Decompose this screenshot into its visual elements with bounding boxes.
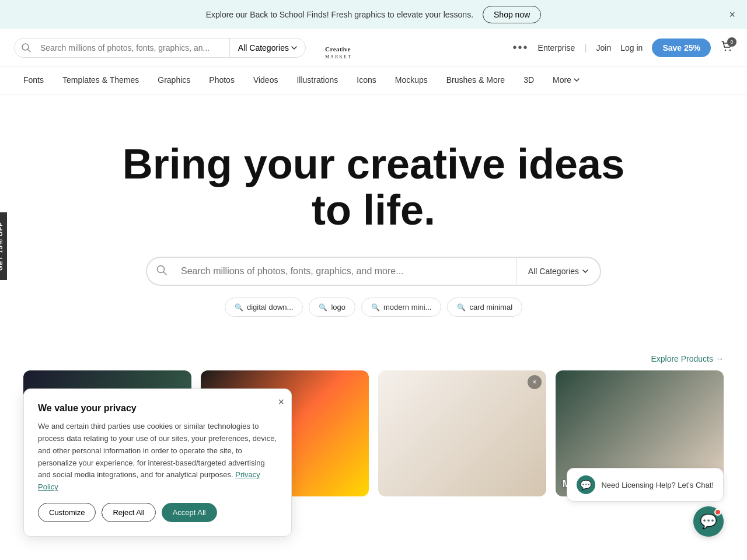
svg-line-1 bbox=[28, 49, 31, 52]
side-offer[interactable]: GET 15% OFF bbox=[0, 212, 7, 280]
search-tag-2[interactable]: 🔍 logo bbox=[309, 298, 355, 317]
nav-item-brushes[interactable]: Brushes & More bbox=[437, 66, 514, 94]
product-card-3[interactable]: × bbox=[378, 370, 546, 496]
nav-item-videos[interactable]: Videos bbox=[244, 66, 288, 94]
privacy-buttons: Customize Reject All Accept All bbox=[38, 503, 277, 520]
hero-search-input[interactable] bbox=[176, 258, 516, 285]
nav-divider: | bbox=[584, 43, 587, 53]
close-banner-button[interactable]: × bbox=[729, 9, 735, 21]
chat-bubble-text: Need Licensing Help? Let's Chat! bbox=[601, 481, 714, 489]
search-icon bbox=[15, 43, 38, 52]
search-tags: 🔍 digital down... 🔍 logo 🔍 modern mini..… bbox=[12, 298, 735, 317]
login-link[interactable]: Log in bbox=[620, 43, 643, 52]
nav-item-more[interactable]: More bbox=[543, 66, 589, 94]
hero-category-select[interactable]: All Categories bbox=[516, 258, 600, 284]
more-options-button[interactable]: ••• bbox=[513, 41, 529, 54]
explore-products-link[interactable]: Explore Products → bbox=[651, 354, 724, 363]
explore-bar: Explore Products → bbox=[0, 340, 747, 370]
nav-item-illustrations[interactable]: Illustrations bbox=[287, 66, 347, 94]
header: All Categories Creative MARKET ••• Enter… bbox=[0, 29, 747, 66]
reject-button[interactable]: Reject All bbox=[102, 503, 155, 520]
enterprise-link[interactable]: Enterprise bbox=[538, 43, 575, 52]
search-tag-4[interactable]: 🔍 card minimal bbox=[447, 298, 522, 317]
accept-button[interactable]: Accept All bbox=[162, 503, 217, 520]
svg-text:Creative: Creative bbox=[325, 46, 351, 52]
top-banner: Explore our Back to School Finds! Fresh … bbox=[0, 0, 747, 29]
cart-badge: 0 bbox=[727, 37, 736, 47]
chat-agent-icon: 💬 bbox=[577, 475, 595, 494]
svg-point-5 bbox=[729, 50, 731, 51]
header-search-bar: All Categories bbox=[14, 38, 306, 58]
banner-text: Explore our Back to School Finds! Fresh … bbox=[206, 10, 473, 19]
save-button[interactable]: Save 25% bbox=[652, 38, 711, 57]
privacy-popup: × We value your privacy We and certain t… bbox=[23, 388, 292, 520]
nav-item-3d[interactable]: 3D bbox=[514, 66, 543, 94]
svg-line-7 bbox=[163, 272, 166, 275]
hero-search-bar: All Categories bbox=[146, 257, 601, 286]
customize-button[interactable]: Customize bbox=[38, 503, 96, 520]
privacy-close-button[interactable]: × bbox=[278, 396, 284, 408]
chat-open-button[interactable]: 💬 bbox=[693, 506, 724, 520]
cart-button[interactable]: 0 bbox=[720, 40, 733, 55]
nav-item-photos[interactable]: Photos bbox=[200, 66, 244, 94]
chat-bubble: 💬 Need Licensing Help? Let's Chat! bbox=[567, 468, 724, 502]
svg-text:MARKET: MARKET bbox=[325, 54, 352, 60]
privacy-text: We and certain third parties use cookies… bbox=[38, 421, 277, 494]
header-right: ••• Enterprise | Join Log in Save 25% 0 bbox=[513, 38, 733, 57]
chat-widget: 💬 Need Licensing Help? Let's Chat! 💬 bbox=[567, 468, 724, 520]
chat-notification-dot bbox=[714, 509, 721, 516]
nav-item-mockups[interactable]: Mockups bbox=[386, 66, 437, 94]
product-close-button-3[interactable]: × bbox=[528, 375, 542, 389]
hero-search-icon bbox=[147, 265, 176, 278]
nav-item-fonts[interactable]: Fonts bbox=[14, 66, 53, 94]
nav-item-templates[interactable]: Templates & Themes bbox=[53, 66, 148, 94]
join-link[interactable]: Join bbox=[596, 43, 612, 52]
tag-search-icon-2: 🔍 bbox=[319, 303, 327, 312]
svg-point-4 bbox=[725, 50, 726, 51]
search-tag-3[interactable]: 🔍 modern mini... bbox=[361, 298, 441, 317]
tag-search-icon-4: 🔍 bbox=[457, 303, 466, 312]
logo[interactable]: Creative MARKET bbox=[322, 36, 392, 60]
shop-now-button[interactable]: Shop now bbox=[483, 6, 541, 23]
tag-search-icon-1: 🔍 bbox=[235, 303, 243, 312]
search-tag-1[interactable]: 🔍 digital down... bbox=[225, 298, 303, 317]
hero-title: Bring your creative ideas to life. bbox=[111, 141, 636, 233]
nav-item-icons[interactable]: Icons bbox=[347, 66, 385, 94]
hero-section: Bring your creative ideas to life. All C… bbox=[0, 94, 747, 340]
header-search-input[interactable] bbox=[38, 38, 229, 57]
tag-search-icon-3: 🔍 bbox=[371, 303, 380, 312]
privacy-title: We value your privacy bbox=[38, 403, 277, 414]
nav-item-graphics[interactable]: Graphics bbox=[148, 66, 200, 94]
header-category-select[interactable]: All Categories bbox=[229, 38, 305, 57]
main-nav: Fonts Templates & Themes Graphics Photos… bbox=[0, 66, 747, 94]
